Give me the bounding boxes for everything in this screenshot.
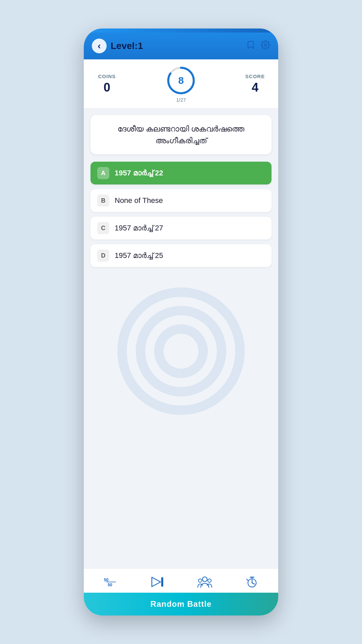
option-a-letter: A bbox=[97, 167, 109, 179]
settings-icon[interactable] bbox=[261, 40, 270, 52]
option-d[interactable]: D 1957 മാർച്ച് 25 bbox=[90, 244, 272, 267]
svg-point-8 bbox=[202, 577, 207, 582]
coins-label: COINS bbox=[98, 73, 116, 79]
option-c-text: 1957 മാർച്ച് 27 bbox=[115, 224, 163, 232]
score-value: 4 bbox=[252, 80, 258, 95]
svg-point-0 bbox=[264, 44, 267, 46]
watermark-decoration bbox=[117, 287, 245, 415]
option-d-text: 1957 മാർച്ച് 25 bbox=[115, 251, 163, 260]
timer-block: 8 1/27 bbox=[166, 65, 196, 103]
svg-marker-6 bbox=[152, 577, 161, 587]
timer-value: 8 bbox=[178, 75, 184, 86]
option-b[interactable]: B None of These bbox=[90, 189, 272, 212]
progress-label: 1/27 bbox=[176, 97, 186, 103]
timed-hint-button[interactable] bbox=[240, 574, 263, 590]
option-b-letter: B bbox=[97, 195, 109, 207]
fifty-fifty-button[interactable]: 50 50 bbox=[99, 574, 123, 590]
option-a[interactable]: A 1957 മാർച്ച് 22 bbox=[90, 162, 272, 184]
svg-point-9 bbox=[198, 579, 202, 582]
option-b-text: None of These bbox=[115, 196, 163, 205]
stats-bar: COINS 0 8 1/27 SCORE 4 bbox=[84, 59, 278, 108]
svg-point-10 bbox=[208, 579, 211, 582]
option-d-letter: D bbox=[97, 250, 109, 262]
option-a-text: 1957 മാർച്ച് 22 bbox=[115, 169, 163, 177]
score-label: SCORE bbox=[245, 73, 265, 79]
coins-value: 0 bbox=[104, 80, 110, 95]
app-header: ‹ Level:1 bbox=[84, 33, 278, 59]
random-battle-button[interactable]: Random Battle bbox=[84, 593, 278, 615]
svg-text:50: 50 bbox=[108, 583, 112, 587]
score-block: SCORE 4 bbox=[240, 73, 270, 95]
options-list: A 1957 മാർച്ച് 22 B None of These C 1957… bbox=[90, 162, 272, 267]
phone-device: ‹ Level:1 COINS 0 bbox=[84, 29, 278, 615]
random-battle-label: Random Battle bbox=[150, 599, 212, 608]
svg-rect-7 bbox=[161, 577, 163, 587]
back-button[interactable]: ‹ bbox=[92, 39, 107, 53]
skip-button[interactable] bbox=[146, 574, 169, 590]
main-content: ദേശീയ കലണ്ടറായി ശകവർഷത്തെ അംഗീകരിച്ചത് A… bbox=[84, 108, 278, 568]
option-c[interactable]: C 1957 മാർച്ച് 27 bbox=[90, 217, 272, 239]
status-bar bbox=[84, 29, 278, 33]
option-c-letter: C bbox=[97, 222, 109, 234]
bookmark-icon[interactable] bbox=[246, 40, 255, 52]
bottom-navigation: 50 50 bbox=[84, 568, 278, 593]
coins-block: COINS 0 bbox=[92, 73, 122, 95]
level-title: Level:1 bbox=[111, 41, 246, 51]
audience-button[interactable] bbox=[192, 574, 218, 590]
question-card: ദേശീയ കലണ്ടറായി ശകവർഷത്തെ അംഗീകരിച്ചത് bbox=[90, 115, 272, 154]
question-text: ദേശീയ കലണ്ടറായി ശകവർഷത്തെ അംഗീകരിച്ചത് bbox=[99, 123, 263, 146]
